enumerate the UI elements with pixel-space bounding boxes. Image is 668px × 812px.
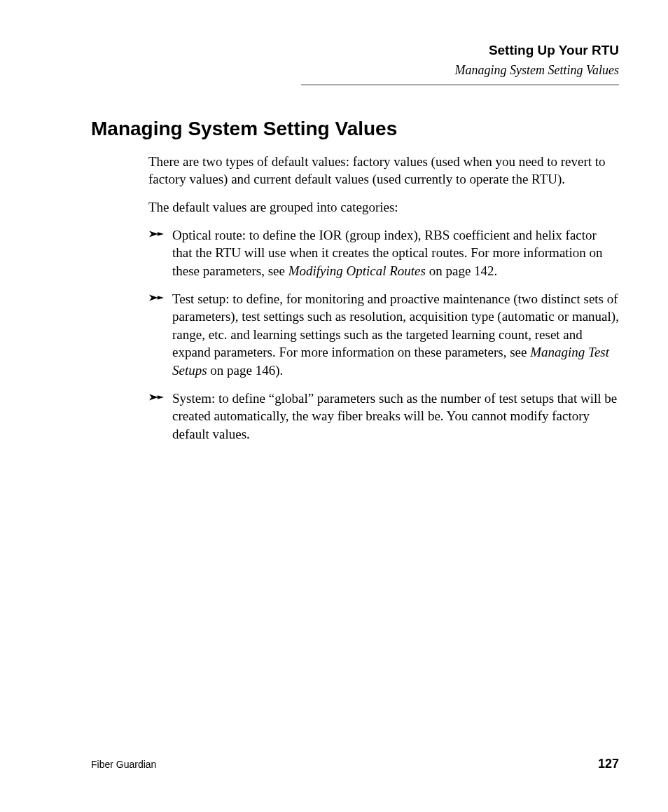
category-list: Optical route: to define the IOR (group … — [148, 226, 619, 443]
list-item-text-post: on page 146). — [207, 363, 284, 378]
page: Setting Up Your RTU Managing System Sett… — [0, 0, 668, 812]
running-header: Setting Up Your RTU Managing System Sett… — [301, 42, 619, 98]
list-item: Optical route: to define the IOR (group … — [148, 226, 619, 280]
header-section-title: Managing System Setting Values — [301, 61, 619, 80]
list-item: Test setup: to define, for monitoring an… — [148, 290, 619, 380]
arrow-bullet-icon — [148, 392, 164, 403]
list-item: System: to define “global” parameters su… — [148, 390, 619, 443]
header-divider — [301, 84, 619, 85]
list-item-text-pre: System: to define “global” parameters su… — [172, 391, 617, 441]
list-item-text-post: on page 142. — [426, 263, 497, 278]
list-item-text-em: Modifying Optical Routes — [288, 263, 426, 278]
footer: Fiber Guardian 127 — [91, 757, 619, 771]
main-content: Managing System Setting Values There are… — [148, 118, 619, 443]
footer-page-number: 127 — [598, 757, 619, 771]
group-paragraph: The default values are grouped into cate… — [148, 198, 619, 216]
header-chapter-title: Setting Up Your RTU — [301, 42, 619, 60]
footer-product: Fiber Guardian — [91, 759, 156, 770]
arrow-bullet-icon — [148, 292, 164, 303]
arrow-bullet-icon — [148, 228, 164, 240]
intro-paragraph: There are two types of default values: f… — [148, 153, 619, 188]
page-title: Managing System Setting Values — [91, 118, 619, 140]
